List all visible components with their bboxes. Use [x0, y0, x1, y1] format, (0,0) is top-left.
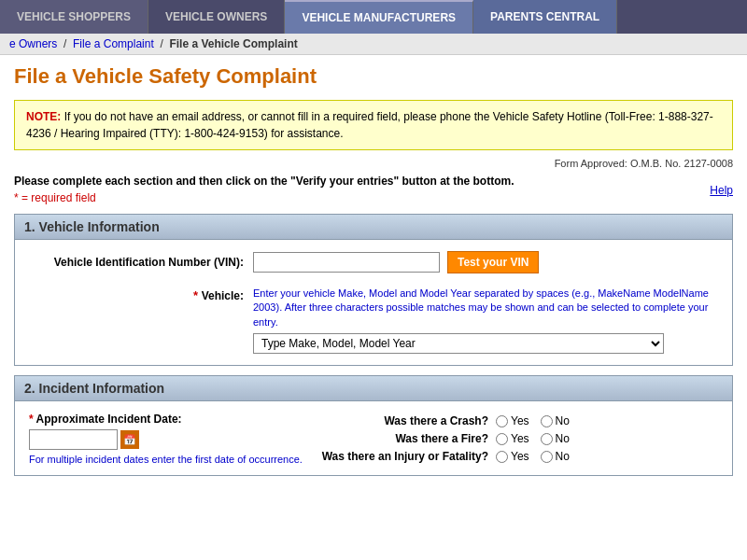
vin-row: Vehicle Identification Number (VIN): Tes… — [29, 251, 718, 273]
incident-left: * Approximate Incident Date: 📅 For multi… — [29, 413, 309, 466]
fire-no-option[interactable]: No — [541, 432, 570, 445]
injury-no-radio[interactable] — [541, 451, 553, 463]
crash-yes-option[interactable]: Yes — [496, 414, 529, 427]
vehicle-input-col: Enter your vehicle Make, Model and Model… — [253, 287, 718, 354]
fire-yes-option[interactable]: Yes — [496, 432, 529, 445]
date-label-text: Approximate Incident Date: — [36, 413, 182, 426]
help-row: Please complete each section and then cl… — [14, 175, 733, 206]
crash-yes-radio[interactable] — [496, 415, 508, 427]
nav-tabs: VEHICLE SHOPPERS VEHICLE OWNERS VEHICLE … — [0, 0, 747, 34]
injury-yes-radio[interactable] — [496, 451, 508, 463]
date-note: For multiple incident dates enter the fi… — [29, 453, 309, 466]
fire-row: Was there a Fire? Yes No — [309, 432, 718, 445]
crash-label: Was there a Crash? — [309, 414, 496, 427]
tab-vehicle-shoppers[interactable]: VEHICLE SHOPPERS — [0, 0, 148, 34]
crash-radio-group: Yes No — [496, 414, 570, 427]
vehicle-required-star: * — [193, 288, 198, 302]
vehicle-hint: Enter your vehicle Make, Model and Model… — [253, 287, 718, 329]
vehicle-row: * Vehicle: Enter your vehicle Make, Mode… — [29, 287, 718, 354]
vin-label: Vehicle Identification Number (VIN): — [29, 256, 253, 269]
section1-body: Vehicle Identification Number (VIN): Tes… — [14, 240, 733, 366]
note-box: NOTE: If you do not have an email addres… — [14, 100, 733, 150]
instructions-text: Please complete each section and then cl… — [14, 175, 514, 188]
date-input[interactable] — [29, 429, 118, 450]
crash-row: Was there a Crash? Yes No — [309, 414, 718, 427]
fire-yes-radio[interactable] — [496, 433, 508, 445]
injury-no-option[interactable]: No — [541, 450, 570, 463]
date-required-star: * — [29, 413, 34, 426]
vehicle-select[interactable]: Type Make, Model, Model Year — [253, 333, 664, 354]
incident-row: * Approximate Incident Date: 📅 For multi… — [29, 413, 718, 468]
vehicle-label-col: * Vehicle: — [29, 287, 253, 302]
crash-no-option[interactable]: No — [541, 414, 570, 427]
injury-row: Was there an Injury or Fatality? Yes No — [309, 450, 718, 463]
instructions: Please complete each section and then cl… — [14, 175, 514, 188]
vin-input[interactable] — [253, 252, 440, 273]
section1-header: 1. Vehicle Information — [14, 214, 733, 240]
injury-yes-option[interactable]: Yes — [496, 450, 529, 463]
crash-no-label: No — [556, 414, 570, 427]
breadcrumb-file-complaint[interactable]: File a Complaint — [73, 37, 154, 50]
breadcrumb-eowners[interactable]: e Owners — [9, 37, 57, 50]
section2-header: 2. Incident Information — [14, 375, 733, 401]
tab-vehicle-owners[interactable]: VEHICLE OWNERS — [148, 0, 285, 34]
crash-yes-label: Yes — [511, 414, 529, 427]
injury-label: Was there an Injury or Fatality? — [309, 450, 496, 463]
incident-date-label: * Approximate Incident Date: — [29, 413, 309, 426]
form-approved: Form Approved: O.M.B. No. 2127-0008 — [14, 158, 733, 169]
test-vin-button[interactable]: Test your VIN — [447, 251, 539, 273]
tab-parents-central[interactable]: PARENTS CENTRAL — [473, 0, 617, 34]
injury-yes-label: Yes — [511, 450, 529, 463]
vehicle-label: Vehicle: — [202, 289, 244, 302]
breadcrumb-current: File a Vehicle Complaint — [169, 37, 297, 50]
calendar-icon[interactable]: 📅 — [120, 430, 139, 449]
fire-radio-group: Yes No — [496, 432, 570, 445]
note-text: If you do not have an email address, or … — [26, 110, 713, 140]
breadcrumb: e Owners / File a Complaint / File a Veh… — [0, 34, 747, 55]
tab-vehicle-manufacturers[interactable]: VEHICLE MANUFACTURERS — [285, 0, 473, 34]
required-note: * = required field — [14, 191, 514, 204]
date-row: 📅 — [29, 429, 309, 450]
note-label: NOTE: — [26, 110, 61, 123]
injury-no-label: No — [556, 450, 570, 463]
fire-label: Was there a Fire? — [309, 432, 496, 445]
incident-right: Was there a Crash? Yes No Was there a F — [309, 413, 718, 468]
section2-body: * Approximate Incident Date: 📅 For multi… — [14, 401, 733, 476]
page-title: File a Vehicle Safety Complaint — [14, 64, 733, 89]
main-content: File a Vehicle Safety Complaint NOTE: If… — [0, 55, 747, 485]
fire-no-radio[interactable] — [541, 433, 553, 445]
fire-yes-label: Yes — [511, 432, 529, 445]
fire-no-label: No — [556, 432, 570, 445]
injury-radio-group: Yes No — [496, 450, 570, 463]
help-link[interactable]: Help — [710, 184, 733, 197]
crash-no-radio[interactable] — [541, 415, 553, 427]
